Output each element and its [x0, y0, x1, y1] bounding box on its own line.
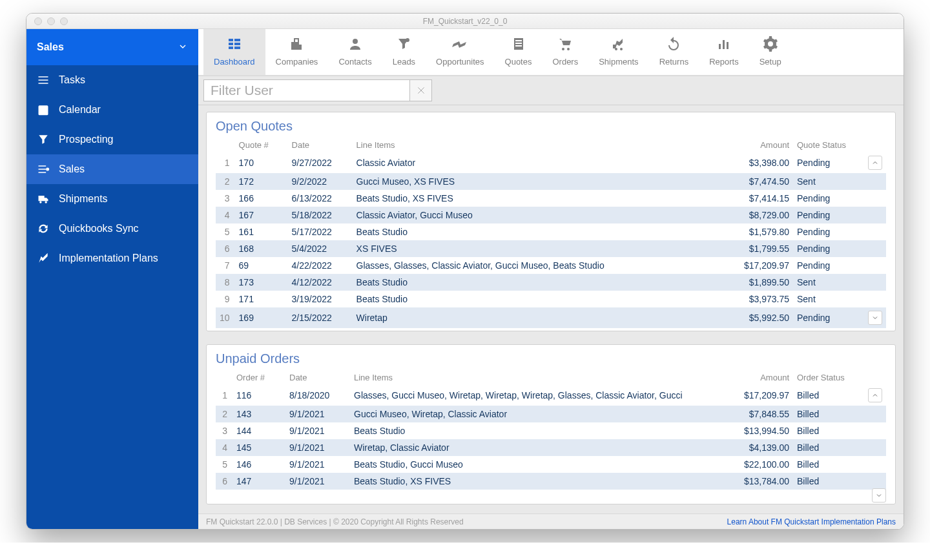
toolbar-contacts[interactable]: Contacts [328, 29, 382, 75]
sidebar-item-sales[interactable]: Sales [26, 154, 198, 184]
sidebar-item-quickbooks-sync[interactable]: Quickbooks Sync [26, 214, 198, 244]
row-amount: $8,729.00 [728, 207, 793, 223]
chevron-down-icon [178, 41, 188, 54]
sidebar-item-prospecting[interactable]: Prospecting [26, 125, 198, 154]
window-title: FM_Quickstart_v22_0_0 [26, 17, 904, 26]
table-row[interactable]: 21439/1/2021Gucci Museo, Wiretap, Classi… [216, 406, 886, 422]
footer-copyright: FM Quickstart 22.0.0 | DB Services | © 2… [206, 517, 464, 526]
row-items: Gucci Museo, XS FIVES [353, 173, 728, 190]
svg-point-0 [46, 168, 49, 171]
sidebar-item-label: Sales [59, 163, 85, 175]
toolbar-companies[interactable]: Companies [265, 29, 329, 75]
table-row[interactable]: 61685/4/2022XS FIVES$1,799.55Pending [216, 240, 886, 257]
row-status: Billed [793, 473, 864, 490]
row-id: 169 [235, 307, 288, 328]
row-items: Wiretap [353, 307, 728, 328]
toolbar-label: Orders [552, 57, 578, 67]
row-items: Beats Studio, XS FIVES [353, 190, 728, 207]
column-header: Amount [728, 370, 793, 385]
row-status: Sent [793, 291, 864, 307]
row-status: Pending [793, 257, 864, 274]
scroll-down-button[interactable] [868, 311, 882, 325]
toolbar-setup[interactable]: Setup [749, 29, 792, 75]
companies-icon [289, 36, 304, 54]
svg-rect-8 [234, 47, 240, 49]
sidebar-item-tasks[interactable]: Tasks [26, 65, 198, 95]
svg-point-9 [353, 39, 358, 44]
row-id: 170 [235, 152, 288, 173]
app-window: FM_Quickstart_v22_0_0 Sales TasksCalenda… [26, 13, 904, 530]
row-id: 167 [235, 207, 288, 223]
svg-rect-4 [229, 43, 233, 45]
sidebar-module-selector[interactable]: Sales [26, 29, 198, 65]
footer-learn-link[interactable]: Learn About FM Quickstart Implementation… [727, 517, 896, 526]
column-header: Quote # [235, 138, 288, 152]
row-amount: $13,784.00 [728, 473, 793, 490]
toolbar-quotes[interactable]: Quotes [495, 29, 542, 75]
row-items: XS FIVES [353, 240, 728, 257]
table-row[interactable]: 31666/13/2022Beats Studio, XS FIVES$7,41… [216, 190, 886, 207]
table-row[interactable]: 61479/1/2021Beats Studio, XS FIVES$13,78… [216, 473, 886, 490]
toolbar-returns[interactable]: Returns [649, 29, 699, 75]
sidebar-item-implementation-plans[interactable]: Implementation Plans [26, 244, 198, 273]
row-amount: $17,209.97 [728, 385, 793, 406]
row-items: Beats Studio [353, 291, 728, 307]
open-quotes-panel: Open Quotes Quote #DateLine ItemsAmountQ… [206, 112, 896, 331]
toolbar-shipments[interactable]: Shipments [588, 29, 648, 75]
toolbar-label: Companies [276, 57, 318, 67]
table-row[interactable]: 51469/1/2021Beats Studio, Gucci Museo$22… [216, 456, 886, 473]
sidebar-item-label: Prospecting [59, 134, 114, 145]
table-row[interactable]: 21729/2/2022Gucci Museo, XS FIVES$7,474.… [216, 173, 886, 190]
sidebar-item-label: Tasks [59, 74, 85, 86]
row-status: Billed [793, 422, 864, 439]
row-date: 9/1/2021 [285, 473, 350, 490]
toolbar-reports[interactable]: Reports [699, 29, 749, 75]
table-row[interactable]: 101692/15/2022Wiretap$5,992.50Pending [216, 307, 886, 328]
table-row[interactable]: 41675/18/2022Classic Aviator, Gucci Muse… [216, 207, 886, 223]
row-id: 161 [235, 223, 288, 240]
scroll-up-button[interactable] [868, 156, 882, 170]
toolbar-opportunites[interactable]: Opportunites [426, 29, 494, 75]
row-date: 9/2/2022 [288, 173, 353, 190]
clear-filter-button[interactable] [410, 79, 432, 101]
toolbar-leads[interactable]: Leads [382, 29, 426, 75]
unpaid-orders-table: Order #DateLine ItemsAmountOrder Status … [216, 370, 886, 490]
sidebar-item-shipments[interactable]: Shipments [26, 184, 198, 214]
toolbar-label: Contacts [338, 57, 371, 67]
row-date: 5/17/2022 [288, 223, 353, 240]
svg-point-14 [615, 48, 617, 50]
row-status: Pending [793, 307, 864, 328]
row-amount: $1,799.55 [728, 240, 793, 257]
column-header: Order Status [793, 370, 864, 385]
row-id: 168 [235, 240, 288, 257]
footer: FM Quickstart 22.0.0 | DB Services | © 2… [198, 513, 904, 529]
svg-point-15 [620, 48, 623, 50]
sidebar-item-calendar[interactable]: Calendar [26, 95, 198, 125]
scroll-up-button[interactable] [868, 388, 882, 402]
toolbar-orders[interactable]: Orders [542, 29, 588, 75]
table-row[interactable]: 81734/12/2022Beats Studio$1,899.50Sent [216, 274, 886, 291]
scroll-down-button[interactable] [872, 488, 886, 503]
table-row[interactable]: 11168/18/2020Glasses, Gucci Museo, Wiret… [216, 385, 886, 406]
table-row[interactable]: 11709/27/2022Classic Aviator$3,398.00Pen… [216, 152, 886, 173]
row-status: Billed [793, 385, 864, 406]
table-row[interactable]: 7694/22/2022Glasses, Glasses, Classic Av… [216, 257, 886, 274]
table-row[interactable]: 41459/1/2021Wiretap, Classic Aviator$4,1… [216, 439, 886, 456]
table-row[interactable]: 31449/1/2021Beats Studio$13,994.50Billed [216, 422, 886, 439]
orders-icon [557, 36, 573, 54]
row-index: 7 [216, 257, 235, 274]
table-row[interactable]: 51615/17/2022Beats Studio$1,579.80Pendin… [216, 223, 886, 240]
sidebar-module-label: Sales [37, 41, 64, 53]
toolbar: DashboardCompaniesContactsLeadsOpportuni… [198, 29, 904, 76]
row-id: 172 [235, 173, 288, 190]
toolbar-dashboard[interactable]: Dashboard [203, 29, 265, 75]
row-amount: $1,899.50 [728, 274, 793, 291]
quickbooks-sync-icon [37, 222, 50, 235]
filter-user-input[interactable]: Filter User [203, 79, 410, 101]
toolbar-label: Shipments [599, 57, 638, 67]
setup-icon [763, 36, 778, 54]
svg-point-1 [39, 201, 41, 203]
toolbar-label: Dashboard [214, 57, 255, 67]
table-row[interactable]: 91713/19/2022Beats Studio$3,973.75Sent [216, 291, 886, 307]
row-date: 9/1/2021 [285, 406, 350, 422]
